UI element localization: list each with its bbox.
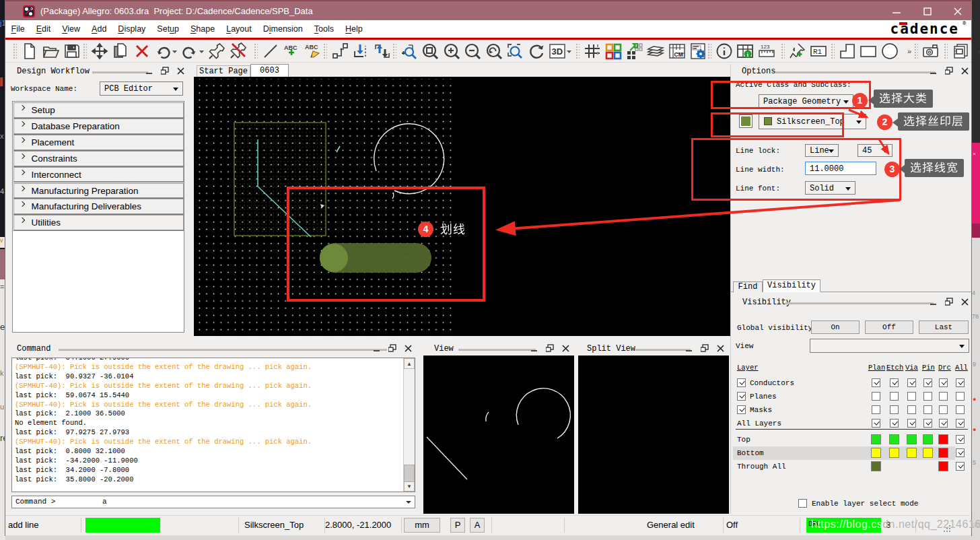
close-button[interactable]: [948, 5, 968, 18]
visibility-panel-grip[interactable]: [785, 302, 934, 304]
scrollbar-thumb[interactable]: [404, 465, 415, 482]
delete-icon[interactable]: [131, 42, 153, 61]
workflow-item-interconnect[interactable]: Interconnect: [13, 167, 184, 182]
export-logic-icon[interactable]: [372, 42, 393, 61]
layer-visibility-checkbox[interactable]: [956, 435, 965, 444]
tab-0603[interactable]: 0603: [250, 64, 289, 77]
visibility-checkbox[interactable]: [956, 419, 965, 428]
menu-shape[interactable]: Shape: [185, 20, 221, 36]
toolbar-group-handle[interactable]: [392, 42, 396, 60]
panel-minimize-icon[interactable]: [929, 297, 938, 306]
shape-circle-icon[interactable]: [879, 42, 901, 61]
workflow-item-database-preparation[interactable]: Database Preparation: [13, 119, 184, 134]
layer-color-swatch-green[interactable]: [923, 434, 933, 444]
menu-layout[interactable]: Layout: [221, 20, 258, 36]
import-logic-icon[interactable]: [351, 42, 372, 61]
properties-table-icon[interactable]: i: [735, 42, 757, 61]
save-file-icon[interactable]: [61, 42, 83, 61]
toolbar-group-handle[interactable]: [780, 42, 785, 60]
redraw-icon[interactable]: [526, 42, 547, 61]
panel-minimize-icon[interactable]: [530, 343, 539, 353]
menu-file[interactable]: File: [5, 20, 30, 36]
visibility-checkbox[interactable]: [872, 378, 880, 387]
toolbar-group-handle[interactable]: [575, 42, 580, 60]
panel-float-icon[interactable]: [388, 343, 397, 353]
visibility-checkbox[interactable]: [923, 378, 932, 387]
layer-color-swatch-olive[interactable]: [871, 461, 881, 471]
unpin-icon[interactable]: [228, 42, 249, 61]
layer-color-swatch-green[interactable]: [907, 434, 917, 444]
layer-color-swatch-yellow[interactable]: [889, 448, 899, 458]
layer-visibility-checkbox[interactable]: [956, 462, 965, 471]
redo-icon[interactable]: [180, 42, 207, 61]
menu-add[interactable]: Add: [86, 20, 112, 36]
edit-text-icon[interactable]: ABC: [302, 42, 324, 61]
command-log-scrollbar[interactable]: ▲ ▼: [403, 358, 415, 492]
visibility-checkbox[interactable]: [956, 378, 965, 387]
menu-tools[interactable]: Tools: [308, 20, 339, 36]
visibility-checkbox[interactable]: [907, 405, 916, 414]
visibility-checkbox[interactable]: [939, 392, 948, 401]
scroll-down-icon[interactable]: ▼: [404, 481, 415, 492]
view-panel-grip[interactable]: [458, 349, 536, 351]
layer-color-swatch-red[interactable]: [938, 448, 948, 458]
panel-close-icon[interactable]: [561, 343, 570, 353]
add-line-icon[interactable]: [260, 42, 281, 61]
row-checkbox-masks[interactable]: [737, 405, 746, 414]
refdes-label-icon[interactable]: R1: [808, 42, 830, 61]
toolbar-group-handle[interactable]: [913, 42, 918, 60]
panel-minimize-icon[interactable]: [685, 343, 694, 353]
view-3d-icon[interactable]: 3D: [547, 42, 574, 61]
measure-icon[interactable]: 123: [756, 42, 777, 61]
layer-color-swatch-yellow[interactable]: [871, 448, 881, 458]
toolbar-group-handle[interactable]: [830, 42, 835, 60]
toolbar-group-handle[interactable]: [12, 42, 17, 60]
panel-close-icon[interactable]: [960, 297, 969, 306]
tab-visibility[interactable]: Visibility: [763, 279, 820, 292]
tab-start-page[interactable]: Start Page: [197, 65, 250, 77]
undo-icon[interactable]: [153, 42, 180, 61]
a-button[interactable]: A: [470, 518, 485, 533]
move-icon[interactable]: [89, 42, 110, 61]
tab-find[interactable]: Find: [733, 281, 763, 292]
layer-color-swatch-yellow[interactable]: [923, 448, 933, 458]
shapes-stack-icon[interactable]: [645, 42, 667, 61]
cross-section-icon[interactable]: CM: [666, 42, 688, 61]
slide-icon[interactable]: [329, 42, 351, 61]
panel-float-icon[interactable]: [944, 297, 954, 306]
panel-float-icon[interactable]: [545, 343, 555, 353]
info-icon[interactable]: [713, 42, 735, 61]
panel-float-icon[interactable]: [700, 343, 709, 353]
shape-rectangle-icon[interactable]: [858, 42, 880, 61]
visibility-checkbox[interactable]: [923, 419, 932, 428]
workflow-item-utilities[interactable]: Utilities: [13, 215, 184, 230]
menu-dimension[interactable]: Dimension: [257, 20, 308, 36]
reports-icon[interactable]: [950, 42, 971, 61]
toolbar-group-handle[interactable]: [82, 42, 87, 60]
layer-color-swatch-green[interactable]: [871, 434, 881, 444]
visibility-checkbox[interactable]: [923, 405, 932, 414]
visibility-on-button[interactable]: On: [811, 320, 860, 334]
zoom-by-points-icon[interactable]: [420, 42, 442, 61]
title-bar[interactable]: (Package) Allegro: 0603.dra Project: D:/…: [5, 0, 971, 20]
toolbar-group-handle[interactable]: [253, 42, 258, 60]
layer-color-swatch-red[interactable]: [938, 434, 948, 444]
split-view-panel-grip[interactable]: [635, 349, 691, 351]
panel-float-icon[interactable]: [160, 66, 170, 75]
menu-help[interactable]: Help: [339, 20, 368, 36]
row-checkbox-conductors[interactable]: [737, 378, 746, 387]
panel-minimize-icon[interactable]: [145, 66, 154, 75]
scroll-up-icon[interactable]: ▲: [404, 358, 415, 369]
visibility-checkbox[interactable]: [872, 405, 880, 414]
zoom-out-icon[interactable]: [462, 42, 484, 61]
workflow-item-placement[interactable]: Placement: [13, 135, 184, 150]
workflow-item-manufacturing-preparation[interactable]: Manufacturing Preparation: [13, 183, 184, 199]
visibility-checkbox[interactable]: [890, 378, 899, 387]
p-button[interactable]: P: [450, 518, 465, 533]
workflow-item-constraints[interactable]: Constraints: [13, 151, 184, 166]
shape-polygon-icon[interactable]: [837, 42, 858, 61]
enable-layer-select-checkbox[interactable]: [798, 499, 807, 508]
add-text-icon[interactable]: ABC: [281, 42, 303, 61]
copy-icon[interactable]: [110, 42, 132, 61]
view-select[interactable]: [810, 339, 969, 353]
